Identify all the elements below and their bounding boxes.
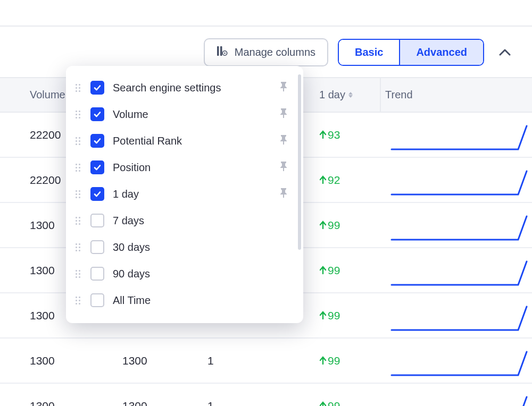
sparkline: [390, 168, 529, 200]
sort-icon: [348, 92, 353, 98]
column-option[interactable]: Potential Rank: [66, 128, 303, 154]
cell-trend: [381, 158, 532, 202]
drag-handle-icon[interactable]: [76, 164, 82, 172]
column-option[interactable]: 30 days: [66, 234, 303, 260]
chevron-up-icon: [499, 49, 511, 56]
cell-position: 1: [207, 354, 306, 367]
column-option[interactable]: 7 days: [66, 207, 303, 234]
cell-potential-rank: 1300: [122, 354, 207, 367]
sparkline: [390, 123, 529, 155]
svg-point-3: [224, 53, 226, 54]
cell-trend: [381, 384, 532, 406]
pin-icon[interactable]: [279, 161, 288, 174]
sparkline: [390, 394, 529, 406]
svg-rect-6: [283, 141, 284, 145]
cell-1day: 93: [306, 129, 381, 141]
advanced-tab[interactable]: Advanced: [399, 40, 483, 65]
col-header-trend[interactable]: Trend: [381, 78, 532, 112]
checkbox[interactable]: [90, 214, 104, 227]
drag-handle-icon[interactable]: [76, 243, 82, 251]
sparkline: [390, 349, 529, 380]
cell-volume: 1300: [0, 400, 122, 407]
arrow-up-icon: [319, 174, 327, 187]
pin-icon[interactable]: [279, 134, 288, 148]
table-row: 13001300199: [0, 384, 532, 406]
col-header-1day[interactable]: 1 day: [306, 78, 381, 112]
manage-columns-label: Manage columns: [235, 46, 315, 58]
pin-icon[interactable]: [279, 108, 288, 121]
pin-icon[interactable]: [279, 81, 288, 95]
arrow-up-icon: [319, 354, 327, 367]
column-option-label: Position: [113, 162, 270, 174]
checkbox[interactable]: [90, 107, 104, 121]
cell-1day: 99: [306, 264, 381, 277]
column-option-label: 7 days: [113, 215, 288, 227]
checkbox[interactable]: [90, 81, 104, 95]
basic-tab[interactable]: Basic: [339, 40, 399, 65]
svg-rect-0: [217, 46, 219, 56]
svg-rect-1: [220, 46, 222, 56]
sparkline: [390, 258, 529, 290]
cell-1day: 92: [306, 174, 381, 187]
column-option[interactable]: 90 days: [66, 260, 303, 287]
cell-trend: [381, 339, 532, 383]
column-option-label: Volume: [113, 108, 270, 121]
drag-handle-icon[interactable]: [76, 137, 82, 145]
svg-rect-4: [283, 88, 284, 91]
drag-handle-icon[interactable]: [76, 111, 82, 119]
drag-handle-icon[interactable]: [76, 270, 82, 278]
arrow-up-icon: [319, 129, 327, 141]
column-option[interactable]: Position: [66, 154, 303, 181]
column-option-label: Potential Rank: [113, 135, 270, 147]
column-option[interactable]: All Time: [66, 287, 303, 314]
checkbox[interactable]: [90, 187, 104, 201]
drag-handle-icon[interactable]: [76, 84, 82, 92]
checkbox[interactable]: [90, 267, 104, 281]
column-option-label: 30 days: [113, 241, 288, 253]
manage-columns-dropdown: Search engine settingsVolumePotential Ra…: [66, 66, 303, 323]
cell-trend: [381, 248, 532, 292]
cell-1day: 99: [306, 400, 381, 407]
table-row: 13001300199: [0, 339, 532, 384]
collapse-button[interactable]: [494, 41, 516, 64]
sparkline: [390, 303, 529, 335]
manage-columns-button[interactable]: Manage columns: [204, 38, 328, 66]
cell-volume: 1300: [0, 354, 122, 367]
arrow-up-icon: [319, 309, 327, 322]
sparkline: [390, 213, 529, 245]
drag-handle-icon[interactable]: [76, 297, 82, 304]
pin-icon[interactable]: [279, 188, 288, 201]
svg-rect-5: [283, 115, 284, 118]
cell-trend: [381, 113, 532, 157]
cell-1day: 99: [306, 219, 381, 232]
svg-rect-8: [283, 194, 284, 198]
arrow-up-icon: [319, 264, 327, 277]
column-option[interactable]: Volume: [66, 101, 303, 128]
checkbox[interactable]: [90, 293, 104, 307]
cell-trend: [381, 293, 532, 337]
column-option-label: 1 day: [113, 188, 270, 200]
cell-1day: 99: [306, 309, 381, 322]
column-option[interactable]: 1 day: [66, 181, 303, 207]
view-mode-toggle: Basic Advanced: [338, 39, 484, 66]
cell-1day: 99: [306, 354, 381, 367]
cell-trend: [381, 203, 532, 247]
column-option-label: Search engine settings: [113, 82, 270, 94]
drag-handle-icon[interactable]: [76, 190, 82, 198]
arrow-up-icon: [319, 400, 327, 407]
arrow-up-icon: [319, 219, 327, 232]
columns-icon: [217, 46, 228, 59]
checkbox[interactable]: [90, 240, 104, 254]
cell-position: 1: [207, 400, 306, 407]
checkbox[interactable]: [90, 134, 104, 148]
checkbox[interactable]: [90, 160, 104, 174]
dropdown-scrollbar[interactable]: [298, 74, 301, 250]
cell-potential-rank: 1300: [122, 400, 207, 407]
column-option-label: 90 days: [113, 268, 288, 280]
column-option-label: All Time: [113, 294, 288, 307]
column-option[interactable]: Search engine settings: [66, 74, 303, 101]
svg-rect-7: [283, 168, 284, 171]
drag-handle-icon[interactable]: [76, 217, 82, 225]
